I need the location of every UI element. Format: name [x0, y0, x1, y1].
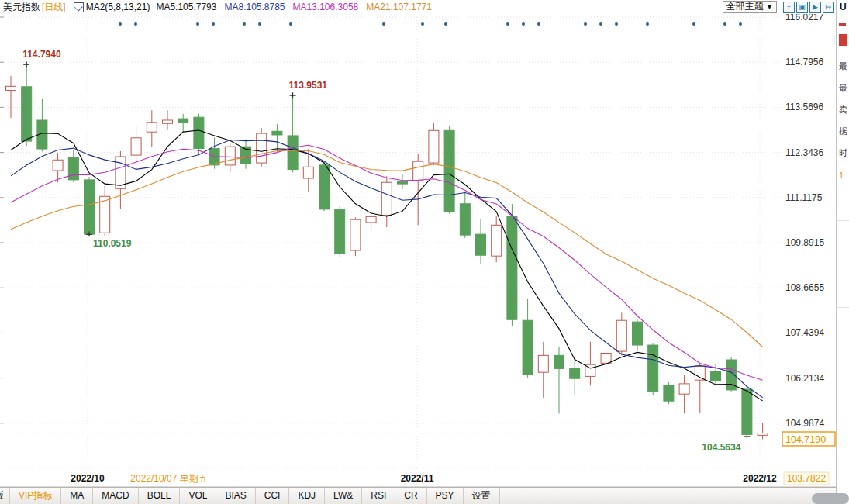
candle-body [633, 322, 643, 345]
candle-body [257, 133, 267, 163]
candle [492, 216, 502, 262]
candle-body [85, 180, 95, 234]
candle-body [288, 136, 298, 170]
event-dot [289, 22, 292, 26]
chart-controls: +▣▶↦ [783, 1, 836, 13]
event-dot [196, 22, 199, 26]
candle-body [742, 389, 752, 434]
candle-body [711, 371, 721, 381]
candle-body [570, 368, 580, 378]
candle-body [335, 209, 345, 254]
indicator-tab-vol[interactable]: VOL [180, 488, 216, 504]
indicator-tab-boll[interactable]: BOLL [139, 488, 181, 504]
instrument-title: 美元指数 [3, 1, 40, 14]
indicator-tab-macd[interactable]: MACD [93, 488, 138, 504]
candle [616, 312, 626, 355]
candle-body [116, 157, 126, 188]
candle [570, 361, 580, 395]
quote-row-label: 最 [839, 82, 847, 94]
indicator-tab-rsi[interactable]: RSI [362, 488, 395, 504]
candle [22, 62, 32, 146]
candle [288, 93, 298, 172]
event-dot [258, 22, 261, 26]
candle-body [648, 345, 658, 392]
candle [398, 174, 408, 189]
x-axis-label: 2022/11 [401, 473, 434, 484]
event-dot [212, 22, 215, 26]
candle [695, 363, 705, 413]
event-dot [584, 22, 587, 26]
y-axis-label: 106.2134 [785, 373, 824, 384]
candle-body [381, 182, 392, 215]
quote-row-label: 时 [839, 147, 847, 159]
candle [538, 342, 548, 398]
x-axis-label: 2022/10 [71, 473, 105, 484]
candle-body [616, 320, 626, 351]
app-window: 116.0217114.7956113.5696112.3436111.1175… [0, 0, 849, 504]
indicator-tab-cr[interactable]: CR [395, 488, 426, 504]
candle [68, 150, 78, 182]
candle [507, 204, 517, 326]
current-price-value: 104.7190 [785, 434, 826, 445]
indicator-tab-vip[interactable]: VIP指标 [10, 488, 61, 504]
formula-icon[interactable] [74, 2, 84, 12]
zoom-extent-button[interactable]: ▣ [796, 2, 808, 13]
candle-body [429, 130, 439, 163]
indicator-tab-bias[interactable]: BIAS [216, 488, 255, 504]
candle [664, 382, 674, 404]
candle [6, 76, 16, 118]
quote-panel-clipped: U 最最卖据时1 [836, 0, 849, 504]
indicator-tab-clipped[interactable]: 版 [0, 488, 10, 504]
event-dot [739, 22, 742, 26]
candle-body [319, 165, 330, 209]
candle [366, 212, 376, 231]
candle [679, 375, 689, 413]
candlestick-chart: 116.0217114.7956113.5696112.3436111.1175… [0, 0, 849, 504]
event-dot [421, 22, 424, 26]
event-dot [646, 22, 649, 26]
event-dot [522, 22, 525, 26]
candle-body [194, 117, 204, 148]
theme-dropdown-label: 全部主题 [726, 1, 764, 12]
theme-dropdown[interactable]: 全部主题 ▼ [723, 1, 777, 13]
quote-row-label: 据 [839, 126, 847, 137]
scrollbar-thumb[interactable] [812, 493, 849, 504]
candle-body [601, 353, 611, 363]
candle-body [366, 216, 376, 223]
candle-body [22, 87, 32, 141]
candle-body [225, 147, 235, 165]
pan-crosshair-button[interactable]: + [783, 2, 795, 13]
y-axis-label: 107.4394 [785, 327, 824, 338]
indicator-tab-cci[interactable]: CCI [256, 488, 290, 504]
indicator-tab-kdj[interactable]: KDJ [289, 488, 325, 504]
event-dot [615, 22, 618, 26]
candle-body [460, 204, 470, 235]
candle-body [398, 181, 408, 184]
indicator-tab-lw[interactable]: LW& [325, 488, 362, 504]
candle [225, 143, 235, 172]
candle-body [444, 130, 454, 212]
event-dot [243, 22, 246, 26]
candle [194, 113, 204, 154]
candle-body [492, 225, 502, 256]
indicator-tab-ma[interactable]: MA [61, 488, 93, 504]
y-axis-label: 114.7956 [785, 57, 823, 67]
candle [178, 114, 188, 132]
candle [585, 342, 595, 385]
indicator-tab-cn13[interactable]: 设置 [464, 488, 500, 504]
indicator-tabbar: 版VIP指标MAMACDBOLLVOLBIASCCIKDJLW&RSICRPSY… [0, 487, 849, 504]
shift-right-button[interactable]: ↦ [823, 2, 834, 13]
ma-legend: MA5:105.7793MA8:105.8785MA13:106.3058MA2… [156, 2, 440, 12]
price-annotation: 113.9531 [289, 80, 328, 91]
event-dot [692, 22, 695, 26]
candle-body [147, 123, 157, 132]
candle [444, 126, 454, 214]
candle-body [664, 385, 674, 401]
candle [523, 299, 533, 378]
play-forward-button[interactable]: ▶ [809, 2, 821, 13]
indicator-tab-psy[interactable]: PSY [427, 488, 464, 504]
y-axis-label: 104.9874 [785, 418, 824, 429]
candle [116, 151, 126, 209]
candle-body [507, 216, 517, 319]
y-axis-label: 109.8915 [785, 237, 824, 248]
